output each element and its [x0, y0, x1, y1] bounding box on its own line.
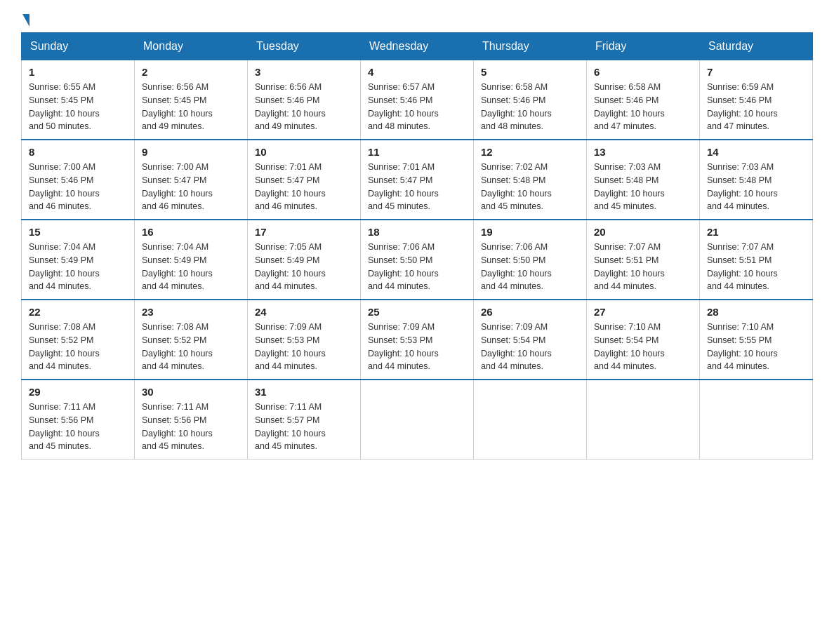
day-info: Sunrise: 6:59 AM Sunset: 5:46 PM Dayligh…: [707, 81, 805, 133]
day-16: 16 Sunrise: 7:04 AM Sunset: 5:49 PM Dayl…: [135, 220, 248, 300]
day-3: 3 Sunrise: 6:56 AM Sunset: 5:46 PM Dayli…: [248, 60, 361, 140]
day-6: 6 Sunrise: 6:58 AM Sunset: 5:46 PM Dayli…: [587, 60, 700, 140]
day-info: Sunrise: 7:06 AM Sunset: 5:50 PM Dayligh…: [481, 241, 579, 293]
week-row-2: 8 Sunrise: 7:00 AM Sunset: 5:46 PM Dayli…: [22, 140, 813, 220]
day-number: 26: [481, 306, 579, 318]
empty-cell: [474, 380, 587, 459]
day-number: 2: [142, 66, 240, 78]
day-number: 29: [29, 386, 127, 398]
logo-text: [21, 14, 31, 27]
day-number: 11: [368, 146, 466, 158]
week-row-1: 1 Sunrise: 6:55 AM Sunset: 5:45 PM Dayli…: [22, 60, 813, 140]
day-29: 29 Sunrise: 7:11 AM Sunset: 5:56 PM Dayl…: [22, 380, 135, 459]
day-17: 17 Sunrise: 7:05 AM Sunset: 5:49 PM Dayl…: [248, 220, 361, 300]
day-info: Sunrise: 7:10 AM Sunset: 5:55 PM Dayligh…: [707, 321, 805, 373]
day-info: Sunrise: 7:04 AM Sunset: 5:49 PM Dayligh…: [29, 241, 127, 293]
day-number: 8: [29, 146, 127, 158]
day-19: 19 Sunrise: 7:06 AM Sunset: 5:50 PM Dayl…: [474, 220, 587, 300]
empty-cell: [361, 380, 474, 459]
day-info: Sunrise: 7:05 AM Sunset: 5:49 PM Dayligh…: [255, 241, 353, 293]
day-5: 5 Sunrise: 6:58 AM Sunset: 5:46 PM Dayli…: [474, 60, 587, 140]
day-info: Sunrise: 7:09 AM Sunset: 5:53 PM Dayligh…: [368, 321, 466, 373]
day-4: 4 Sunrise: 6:57 AM Sunset: 5:46 PM Dayli…: [361, 60, 474, 140]
day-number: 17: [255, 226, 353, 238]
day-24: 24 Sunrise: 7:09 AM Sunset: 5:53 PM Dayl…: [248, 300, 361, 380]
day-info: Sunrise: 7:11 AM Sunset: 5:57 PM Dayligh…: [255, 401, 353, 453]
day-26: 26 Sunrise: 7:09 AM Sunset: 5:54 PM Dayl…: [474, 300, 587, 380]
day-number: 10: [255, 146, 353, 158]
day-info: Sunrise: 7:00 AM Sunset: 5:46 PM Dayligh…: [29, 161, 127, 213]
empty-cell: [587, 380, 700, 459]
day-number: 15: [29, 226, 127, 238]
day-number: 14: [707, 146, 805, 158]
day-number: 7: [707, 66, 805, 78]
day-14: 14 Sunrise: 7:03 AM Sunset: 5:48 PM Dayl…: [700, 140, 813, 220]
day-number: 25: [368, 306, 466, 318]
header-row: SundayMondayTuesdayWednesdayThursdayFrid…: [22, 33, 813, 60]
day-number: 22: [29, 306, 127, 318]
day-info: Sunrise: 7:06 AM Sunset: 5:50 PM Dayligh…: [368, 241, 466, 293]
page-header: [21, 14, 813, 25]
logo: [21, 14, 31, 25]
day-info: Sunrise: 7:02 AM Sunset: 5:48 PM Dayligh…: [481, 161, 579, 213]
day-number: 3: [255, 66, 353, 78]
day-25: 25 Sunrise: 7:09 AM Sunset: 5:53 PM Dayl…: [361, 300, 474, 380]
day-number: 5: [481, 66, 579, 78]
day-9: 9 Sunrise: 7:00 AM Sunset: 5:47 PM Dayli…: [135, 140, 248, 220]
day-30: 30 Sunrise: 7:11 AM Sunset: 5:56 PM Dayl…: [135, 380, 248, 459]
day-8: 8 Sunrise: 7:00 AM Sunset: 5:46 PM Dayli…: [22, 140, 135, 220]
day-info: Sunrise: 6:56 AM Sunset: 5:46 PM Dayligh…: [255, 81, 353, 133]
header-sunday: Sunday: [22, 33, 135, 60]
day-10: 10 Sunrise: 7:01 AM Sunset: 5:47 PM Dayl…: [248, 140, 361, 220]
day-number: 19: [481, 226, 579, 238]
day-info: Sunrise: 7:04 AM Sunset: 5:49 PM Dayligh…: [142, 241, 240, 293]
day-number: 9: [142, 146, 240, 158]
day-number: 4: [368, 66, 466, 78]
day-7: 7 Sunrise: 6:59 AM Sunset: 5:46 PM Dayli…: [700, 60, 813, 140]
day-info: Sunrise: 6:57 AM Sunset: 5:46 PM Dayligh…: [368, 81, 466, 133]
day-number: 24: [255, 306, 353, 318]
header-thursday: Thursday: [474, 33, 587, 60]
day-15: 15 Sunrise: 7:04 AM Sunset: 5:49 PM Dayl…: [22, 220, 135, 300]
day-number: 12: [481, 146, 579, 158]
header-wednesday: Wednesday: [361, 33, 474, 60]
day-12: 12 Sunrise: 7:02 AM Sunset: 5:48 PM Dayl…: [474, 140, 587, 220]
day-number: 13: [594, 146, 692, 158]
day-number: 16: [142, 226, 240, 238]
day-info: Sunrise: 7:08 AM Sunset: 5:52 PM Dayligh…: [29, 321, 127, 373]
day-info: Sunrise: 7:10 AM Sunset: 5:54 PM Dayligh…: [594, 321, 692, 373]
day-info: Sunrise: 7:07 AM Sunset: 5:51 PM Dayligh…: [707, 241, 805, 293]
day-number: 30: [142, 386, 240, 398]
day-info: Sunrise: 7:11 AM Sunset: 5:56 PM Dayligh…: [142, 401, 240, 453]
day-info: Sunrise: 7:03 AM Sunset: 5:48 PM Dayligh…: [707, 161, 805, 213]
day-31: 31 Sunrise: 7:11 AM Sunset: 5:57 PM Dayl…: [248, 380, 361, 459]
calendar-table: SundayMondayTuesdayWednesdayThursdayFrid…: [21, 32, 813, 459]
day-20: 20 Sunrise: 7:07 AM Sunset: 5:51 PM Dayl…: [587, 220, 700, 300]
header-monday: Monday: [135, 33, 248, 60]
day-info: Sunrise: 7:00 AM Sunset: 5:47 PM Dayligh…: [142, 161, 240, 213]
day-number: 31: [255, 386, 353, 398]
day-28: 28 Sunrise: 7:10 AM Sunset: 5:55 PM Dayl…: [700, 300, 813, 380]
day-number: 23: [142, 306, 240, 318]
day-number: 1: [29, 66, 127, 78]
week-row-5: 29 Sunrise: 7:11 AM Sunset: 5:56 PM Dayl…: [22, 380, 813, 459]
day-number: 27: [594, 306, 692, 318]
day-info: Sunrise: 7:03 AM Sunset: 5:48 PM Dayligh…: [594, 161, 692, 213]
day-13: 13 Sunrise: 7:03 AM Sunset: 5:48 PM Dayl…: [587, 140, 700, 220]
day-number: 21: [707, 226, 805, 238]
day-2: 2 Sunrise: 6:56 AM Sunset: 5:45 PM Dayli…: [135, 60, 248, 140]
day-number: 18: [368, 226, 466, 238]
day-11: 11 Sunrise: 7:01 AM Sunset: 5:47 PM Dayl…: [361, 140, 474, 220]
day-22: 22 Sunrise: 7:08 AM Sunset: 5:52 PM Dayl…: [22, 300, 135, 380]
day-1: 1 Sunrise: 6:55 AM Sunset: 5:45 PM Dayli…: [22, 60, 135, 140]
day-info: Sunrise: 7:09 AM Sunset: 5:54 PM Dayligh…: [481, 321, 579, 373]
week-row-4: 22 Sunrise: 7:08 AM Sunset: 5:52 PM Dayl…: [22, 300, 813, 380]
day-21: 21 Sunrise: 7:07 AM Sunset: 5:51 PM Dayl…: [700, 220, 813, 300]
day-info: Sunrise: 7:07 AM Sunset: 5:51 PM Dayligh…: [594, 241, 692, 293]
logo-triangle-icon: [22, 14, 29, 27]
week-row-3: 15 Sunrise: 7:04 AM Sunset: 5:49 PM Dayl…: [22, 220, 813, 300]
day-info: Sunrise: 6:55 AM Sunset: 5:45 PM Dayligh…: [29, 81, 127, 133]
header-friday: Friday: [587, 33, 700, 60]
empty-cell: [700, 380, 813, 459]
day-info: Sunrise: 7:01 AM Sunset: 5:47 PM Dayligh…: [368, 161, 466, 213]
